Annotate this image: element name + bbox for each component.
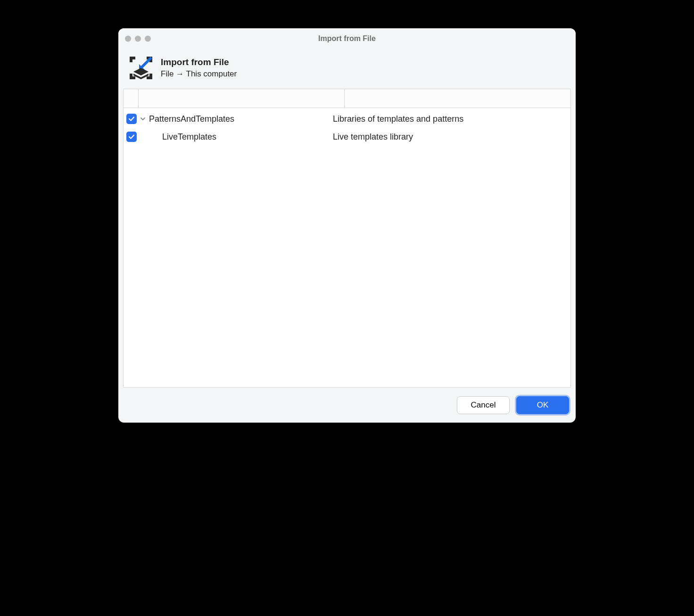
checkmark-icon <box>128 133 135 140</box>
checkbox-live-templates[interactable] <box>126 132 137 142</box>
import-icon <box>127 54 155 82</box>
chevron-down-icon[interactable] <box>140 116 146 122</box>
tree-header-checkbox-col <box>124 89 139 108</box>
checkmark-icon <box>128 116 135 122</box>
dialog-window: Import from File Import from File File →… <box>118 28 576 423</box>
window-title: Import from File <box>318 34 376 43</box>
tree-row-patterns-and-templates[interactable]: PatternsAndTemplates Libraries of templa… <box>124 110 570 128</box>
tree-header-name-col[interactable] <box>139 89 345 108</box>
header-subtitle: File → This computer <box>161 69 237 79</box>
tree-item-name: PatternsAndTemplates <box>149 114 333 124</box>
ok-button[interactable]: OK <box>516 396 569 414</box>
button-bar: Cancel OK <box>118 388 576 423</box>
maximize-window-button[interactable] <box>145 36 151 42</box>
tree-item-description: Live templates library <box>333 132 570 142</box>
tree-container: PatternsAndTemplates Libraries of templa… <box>123 89 571 388</box>
tree-body: PatternsAndTemplates Libraries of templa… <box>124 108 570 387</box>
tree-header <box>124 89 570 108</box>
tree-item-name: LiveTemplates <box>162 132 333 142</box>
titlebar: Import from File <box>118 28 576 49</box>
header-text: Import from File File → This computer <box>161 57 237 79</box>
cancel-button[interactable]: Cancel <box>457 396 510 414</box>
header-section: Import from File File → This computer <box>118 49 576 89</box>
window-controls <box>125 36 151 42</box>
tree-header-desc-col[interactable] <box>345 89 570 108</box>
minimize-window-button[interactable] <box>135 36 141 42</box>
checkbox-patterns-and-templates[interactable] <box>126 114 137 124</box>
tree-row-live-templates[interactable]: LiveTemplates Live templates library <box>124 128 570 146</box>
header-title: Import from File <box>161 57 237 67</box>
close-window-button[interactable] <box>125 36 131 42</box>
tree-item-description: Libraries of templates and patterns <box>333 114 570 124</box>
